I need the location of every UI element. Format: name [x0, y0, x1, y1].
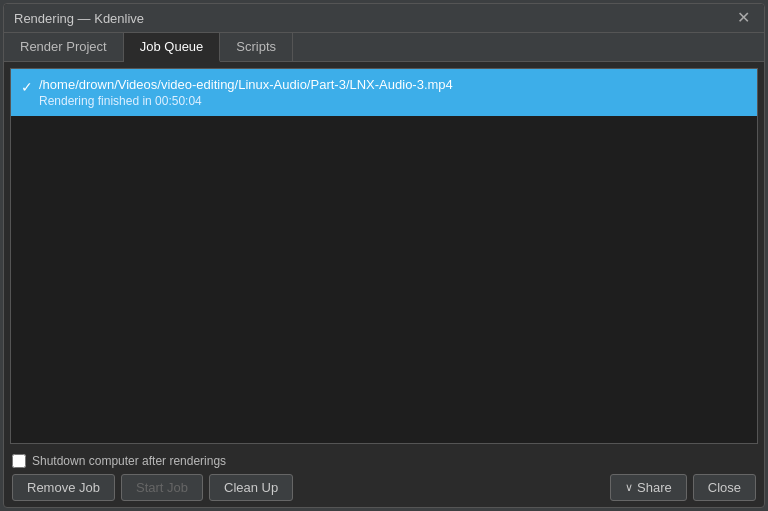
remove-job-button[interactable]: Remove Job [12, 474, 115, 501]
start-job-button[interactable]: Start Job [121, 474, 203, 501]
clean-up-button[interactable]: Clean Up [209, 474, 293, 501]
job-list-item[interactable]: ✓ /home/drown/Videos/video-editing/Linux… [11, 69, 757, 116]
job-path: /home/drown/Videos/video-editing/Linux-A… [39, 77, 453, 92]
check-icon: ✓ [21, 79, 33, 95]
rendering-dialog: Rendering — Kdenlive ✕ Render Project Jo… [3, 3, 765, 508]
job-info: /home/drown/Videos/video-editing/Linux-A… [39, 77, 453, 108]
tab-bar: Render Project Job Queue Scripts [4, 33, 764, 62]
shutdown-row: Shutdown computer after renderings [12, 454, 756, 468]
footer: Shutdown computer after renderings Remov… [4, 448, 764, 507]
close-button[interactable]: Close [693, 474, 756, 501]
job-list[interactable]: ✓ /home/drown/Videos/video-editing/Linux… [10, 68, 758, 444]
shutdown-label: Shutdown computer after renderings [32, 454, 226, 468]
button-row: Remove Job Start Job Clean Up ∨ Share Cl… [12, 474, 756, 501]
shutdown-checkbox[interactable] [12, 454, 26, 468]
tab-job-queue[interactable]: Job Queue [124, 33, 221, 62]
tab-scripts[interactable]: Scripts [220, 33, 293, 61]
share-label: Share [637, 480, 672, 495]
chevron-down-icon: ∨ [625, 481, 633, 494]
close-icon[interactable]: ✕ [733, 10, 754, 26]
tab-render-project[interactable]: Render Project [4, 33, 124, 61]
job-status: Rendering finished in 00:50:04 [39, 94, 453, 108]
title-bar: Rendering — Kdenlive ✕ [4, 4, 764, 33]
dialog-title: Rendering — Kdenlive [14, 11, 144, 26]
share-button[interactable]: ∨ Share [610, 474, 687, 501]
